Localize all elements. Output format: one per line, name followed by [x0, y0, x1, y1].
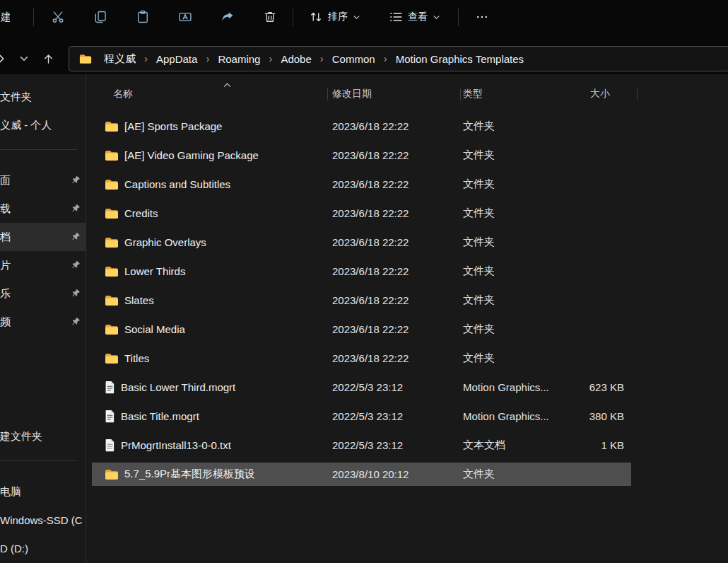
sort-ascending-icon [223, 83, 231, 88]
date-modified: 2023/6/18 22:22 [322, 149, 454, 161]
file-name-cell: Lower Thirds [92, 265, 322, 277]
date-modified: 2022/5/3 23:12 [322, 410, 454, 422]
file-name-cell: Credits [92, 207, 322, 219]
sidebar-item[interactable]: 电脑 [0, 477, 86, 506]
column-separator[interactable] [460, 88, 461, 100]
sidebar-item[interactable]: 建文件夹 [0, 422, 86, 451]
new-button-partial[interactable]: 建 [1, 11, 10, 24]
column-separator[interactable] [327, 88, 328, 100]
file-name-cell: Slates [92, 294, 322, 306]
breadcrumb-item[interactable]: Common [324, 50, 383, 68]
sidebar-item[interactable]: 档 [0, 223, 86, 251]
file-name: Captions and Subtitles [124, 178, 230, 190]
cut-button[interactable] [44, 4, 72, 30]
folder-icon [105, 324, 119, 335]
file-row[interactable]: PrMogrtInstall13-0-0.txt2022/5/3 23:12文本… [92, 431, 631, 460]
sidebar-item-label: 建文件夹 [0, 430, 42, 443]
file-row[interactable]: Social Media2023/6/18 22:22文件夹 [92, 315, 631, 344]
file-row[interactable]: Titles2023/6/18 22:22文件夹 [92, 344, 631, 373]
breadcrumb-item[interactable]: 程义威 [96, 50, 143, 69]
breadcrumb-item[interactable]: Motion Graphics Templates [388, 50, 532, 68]
sort-button-label: 排序 [328, 11, 348, 23]
file-row[interactable]: 5.7_5.9Pr基本图形模板预设2023/8/10 20:12文件夹 [92, 460, 631, 489]
rename-button[interactable] [171, 4, 199, 30]
content-area: 文件夹义威 - 个人面载档片乐频建文件夹电脑Windows-SSD (CD (D… [0, 74, 728, 563]
file-name-cell: [AE] Video Gaming Package [92, 149, 322, 161]
file-row[interactable]: Graphic Overlays2023/6/18 22:22文件夹 [92, 228, 631, 257]
folder-icon [105, 208, 119, 219]
sidebar-item[interactable]: 频 [0, 308, 86, 336]
sidebar-item[interactable]: Windows-SSD (C [0, 506, 86, 534]
file-row[interactable]: Basic Title.mogrt2022/5/3 23:12Motion Gr… [92, 402, 631, 431]
more-icon [475, 10, 489, 24]
paste-button[interactable] [129, 4, 157, 30]
column-header[interactable]: 类型 [454, 88, 582, 100]
sidebar-divider [0, 149, 77, 150]
paste-icon [136, 10, 150, 24]
sidebar-item[interactable]: 文件夹 [0, 83, 86, 111]
file-row[interactable]: Captions and Subtitles2023/6/18 22:22文件夹 [92, 170, 631, 199]
sidebar-item[interactable]: D (D:) [0, 534, 86, 562]
breadcrumb-item[interactable]: Roaming [210, 50, 268, 68]
toolbar-divider [458, 8, 459, 26]
rename-icon [178, 10, 192, 24]
sidebar-item[interactable]: 乐 [0, 279, 86, 308]
sidebar-item[interactable]: 面 [0, 166, 86, 195]
sort-button[interactable]: 排序 [303, 4, 367, 30]
delete-button[interactable] [256, 4, 284, 30]
forward-button[interactable] [0, 52, 8, 65]
folder-icon [105, 469, 119, 480]
view-button[interactable]: 查看 [382, 4, 447, 30]
file-name: Lower Thirds [124, 265, 185, 277]
sidebar-item-label: 频 [0, 315, 11, 329]
file-row[interactable]: Basic Lower Third.mogrt2022/5/3 23:12Mot… [92, 373, 631, 402]
column-header[interactable]: 名称 [92, 88, 322, 100]
breadcrumb-item[interactable]: AppData [148, 50, 205, 68]
file-row[interactable]: Credits2023/6/18 22:22文件夹 [92, 199, 631, 228]
sidebar-item[interactable]: 片 [0, 251, 86, 279]
folder-icon [105, 266, 119, 277]
file-type: 文件夹 [454, 120, 582, 133]
share-button[interactable] [213, 4, 242, 30]
file-name: PrMogrtInstall13-0-0.txt [121, 439, 231, 451]
sidebar-item[interactable]: 载 [0, 195, 86, 223]
sidebar-item-label: 片 [0, 259, 11, 272]
file-type: 文件夹 [454, 178, 582, 191]
column-header[interactable]: 大小 [582, 88, 631, 100]
recent-locations-button[interactable] [19, 54, 29, 64]
chevron-down-icon [353, 13, 360, 21]
sidebar-spacer [0, 336, 86, 422]
date-modified: 2023/6/18 22:22 [322, 294, 454, 306]
toolbar-divider [293, 8, 293, 26]
address-bar[interactable]: 程义威›AppData›Roaming›Adobe›Common›Motion … [69, 46, 728, 71]
breadcrumb-item[interactable]: Adobe [273, 50, 319, 68]
up-button[interactable] [42, 52, 55, 66]
copy-button[interactable] [86, 4, 115, 30]
file-row[interactable]: Lower Thirds2023/6/18 22:22文件夹 [92, 257, 631, 286]
file-row[interactable]: [AE] Video Gaming Package2023/6/18 22:22… [92, 141, 631, 170]
column-header[interactable]: 修改日期 [322, 88, 454, 100]
file-row[interactable]: Slates2023/6/18 22:22文件夹 [92, 286, 631, 315]
current-folder-icon [79, 54, 92, 64]
sidebar-item-label: 载 [0, 202, 11, 216]
column-separator[interactable] [637, 88, 638, 100]
pin-icon [71, 204, 81, 213]
file-type: 文件夹 [454, 236, 582, 249]
date-modified: 2023/6/18 22:22 [322, 178, 454, 190]
file-size: 1 KB [582, 439, 631, 451]
breadcrumb-separator-icon: › [268, 52, 273, 66]
view-button-label: 查看 [408, 11, 428, 23]
sidebar-item[interactable]: 义威 - 个人 [0, 111, 86, 139]
more-button[interactable] [469, 4, 495, 30]
folder-icon [105, 179, 119, 190]
file-name: Social Media [124, 323, 185, 335]
date-modified: 2023/6/18 22:22 [322, 265, 454, 277]
chevron-right-icon [0, 52, 8, 65]
sidebar: 文件夹义威 - 个人面载档片乐频建文件夹电脑Windows-SSD (CD (D… [0, 74, 86, 563]
file-row[interactable]: [AE] Sports Package2023/6/18 22:22文件夹 [92, 112, 631, 141]
breadcrumb-separator-icon: › [143, 52, 148, 66]
file-name: [AE] Sports Package [124, 120, 222, 132]
arrow-up-icon [42, 52, 55, 66]
sidebar-item-label: 文件夹 [0, 91, 32, 104]
file-name-cell: Graphic Overlays [92, 236, 322, 248]
